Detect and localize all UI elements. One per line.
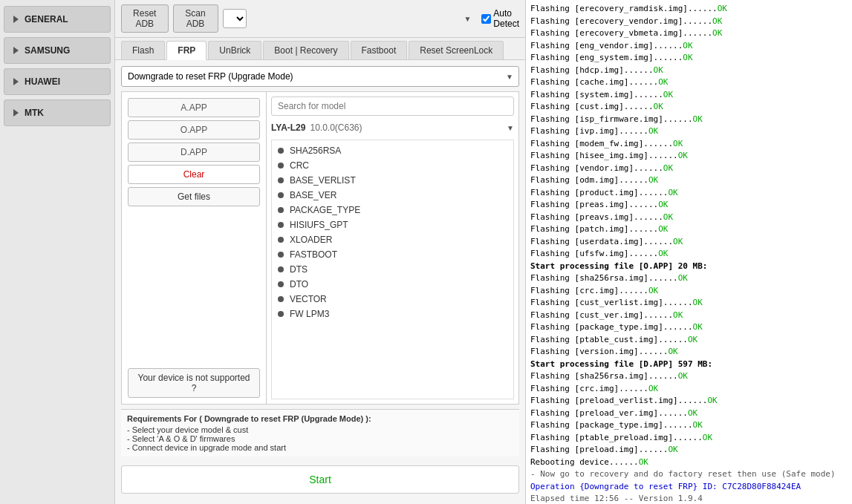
list-item-label: CRC [290,160,309,171]
auto-detect-checkbox[interactable] [481,14,491,24]
sidebar-arrow-general [13,16,19,23]
tab-boot-recovery[interactable]: Boot | Recovery [263,41,348,59]
list-dot-icon [278,311,284,317]
list-item[interactable]: BASE_VERLIST [275,173,510,188]
list-dot-icon [278,207,284,213]
model-version: 10.0.0(C636) [310,122,362,133]
list-item[interactable]: VECTOR [275,292,510,307]
log-line: Flashing [cust.img]......OK [530,101,848,114]
list-item-label: BASE_VERLIST [290,175,356,186]
log-line: Operation {Downgrade to reset FRP} ID: C… [530,481,848,494]
d-app-button[interactable]: D.APP [128,143,260,162]
list-item-label: FW LPM3 [290,309,329,319]
model-row: LYA-L29 10.0.0(C636) ▼ [271,118,514,137]
list-item-label: PACKAGE_TYPE [290,205,360,215]
log-line: Flashing [crc.img]......OK [530,285,848,298]
log-line: Flashing [isp_firmware.img]......OK [530,114,848,126]
log-line: Flashing [product.img]......OK [530,187,848,200]
tab-unbrick[interactable]: UnBrick [208,41,261,59]
info-line: - Select 'A & O & D' firmwares [127,434,513,443]
mode-dropdown[interactable]: Downgrade to reset FRP (Upgrade Mode) [121,66,519,87]
list-dot-icon [278,177,284,183]
sidebar-arrow-huawei [13,78,19,85]
log-line: Start processing file [O.APP] 20 MB: [530,261,848,273]
sidebar-label-mtk: MTK [25,108,44,118]
tab-fastboot[interactable]: Fastboot [351,41,408,59]
list-item-label: DTS [290,264,308,275]
o-app-button[interactable]: O.APP [128,120,260,140]
scan-adb-button[interactable]: Scan ADB [173,4,218,33]
get-files-button[interactable]: Get files [128,187,260,206]
log-line: Flashing [vendor.img]......OK [530,163,848,175]
sidebar-label-samsung: SAMSUNG [25,45,70,56]
list-item[interactable]: CRC [275,158,510,173]
tabs-bar: FlashFRPUnBrickBoot | RecoveryFastbootRe… [115,38,525,60]
log-line: Flashing [preas.img]......OK [530,199,848,212]
file-panel: A.APP O.APP D.APP Clear Get files Your d… [122,92,267,404]
log-line: Flashing [cust_ver.img]......OK [530,310,848,322]
support-button[interactable]: Your device is not supported ? [128,368,260,398]
log-line: Flashing [preload_verlist.img]......OK [530,395,848,408]
list-item[interactable]: FW LPM3 [275,307,510,321]
list-item[interactable]: SHA256RSA [275,143,510,158]
toolbar-dropdown-arrow: ▼ [464,15,471,23]
list-panel: LYA-L29 10.0.0(C636) ▼ SHA256RSACRCBASE_… [267,92,518,404]
a-app-button[interactable]: A.APP [128,98,260,117]
log-line: Flashing [system.img]......OK [530,89,848,102]
log-line: Flashing [sha256rsa.img]......OK [530,370,848,383]
log-line: Flashing [preload_ver.img]......OK [530,408,848,420]
list-item[interactable]: BASE_VER [275,188,510,203]
sidebar-item-mtk[interactable]: MTK [4,99,111,126]
sidebar-label-general: GENERAL [25,14,68,24]
list-item[interactable]: HISIUFS_GPT [275,217,510,232]
sidebar-item-samsung[interactable]: SAMSUNG [4,37,111,64]
log-line: Flashing [cache.img]......OK [530,76,848,89]
main-content: Reset ADB Scan ADB ▼ Auto Detect FlashFR… [115,0,525,504]
log-line: Flashing [cust_verlist.img]......OK [530,297,848,310]
sidebar-label-huawei: HUAWEI [25,76,60,87]
mode-select-wrapper: Downgrade to reset FRP (Upgrade Mode) ▼ [121,66,519,87]
items-list: SHA256RSACRCBASE_VERLISTBASE_VERPACKAGE_… [271,140,514,399]
log-line: Flashing [package_type.img]......OK [530,321,848,334]
tab-reset-screenlock[interactable]: Reset ScreenLock [409,41,504,59]
log-line: Flashing [erecovery_ramdisk.img]......OK [530,3,848,16]
clear-button[interactable]: Clear [128,165,260,184]
auto-detect-wrapper: Auto Detect [481,8,519,29]
search-input[interactable] [271,96,514,116]
log-line: Flashing [version.img]......OK [530,346,848,359]
start-button[interactable]: Start [121,465,519,494]
auto-detect-label: Auto Detect [493,8,519,29]
list-item[interactable]: DTS [275,262,510,277]
log-line: Flashing [package_type.img]......OK [530,419,848,432]
sidebar-item-general[interactable]: GENERAL [4,6,111,33]
reset-adb-button[interactable]: Reset ADB [121,4,169,33]
tab-frp[interactable]: FRP [166,41,207,60]
list-item[interactable]: FASTBOOT [275,247,510,262]
list-item[interactable]: XLOADER [275,232,510,247]
log-line: Flashing [eng_system.img]......OK [530,52,848,65]
log-line: Start processing file [D.APP] 597 MB: [530,359,848,371]
list-item-label: VECTOR [290,294,327,304]
list-item-label: DTO [290,279,308,289]
list-item[interactable]: DTO [275,277,510,292]
log-line: Flashing [patch.img]......OK [530,223,848,236]
log-line: Flashing [ptable_preload.img]......OK [530,432,848,445]
log-panel: Flashing [erecovery_ramdisk.img]......OK… [525,0,852,504]
log-line: Flashing [userdata.img]......OK [530,236,848,249]
list-item[interactable]: PACKAGE_TYPE [275,203,510,217]
log-line: Elapsed time 12:56 -- Version 1.9.4 [530,493,848,504]
info-line: - Connect device in upgrade mode and sta… [127,443,513,452]
mode-dropdown-row: Downgrade to reset FRP (Upgrade Mode) ▼ [121,66,519,87]
tab-flash[interactable]: Flash [121,41,165,59]
log-line: Flashing [crc.img]......OK [530,383,848,396]
list-dot-icon [278,281,284,287]
log-line: Flashing [sha256rsa.img]......OK [530,272,848,285]
toolbar: Reset ADB Scan ADB ▼ Auto Detect [115,0,525,38]
log-line: - Now go to recovery and do factory rese… [530,468,848,481]
list-dot-icon [278,266,284,272]
list-dot-icon [278,148,284,154]
toolbar-dropdown[interactable] [223,9,247,28]
info-title: Requirements For ( Downgrade to reset FR… [127,414,513,423]
log-line: Flashing [preload.img]......OK [530,444,848,456]
sidebar-item-huawei[interactable]: HUAWEI [4,68,111,95]
